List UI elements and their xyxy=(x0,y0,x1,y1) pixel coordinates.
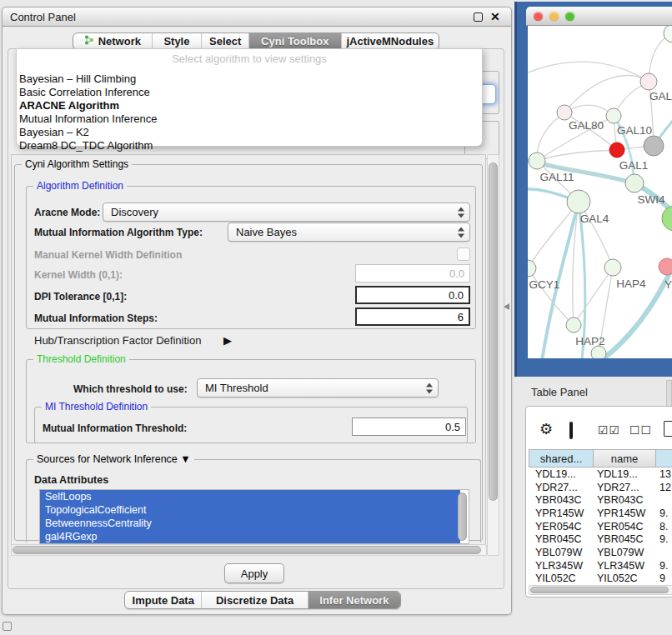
network-node[interactable] xyxy=(591,346,606,358)
network-node[interactable] xyxy=(528,260,536,277)
tab-style[interactable]: Style xyxy=(152,33,202,49)
collapse-arrow-icon[interactable]: ▼ xyxy=(180,453,190,465)
mi-type-value: Naive Bayes xyxy=(236,226,297,238)
deselect-all-checkboxes-icon[interactable]: ☐☐ xyxy=(629,423,652,437)
attributes-list-scrollbar[interactable] xyxy=(458,492,467,541)
dpi-tolerance-field[interactable]: 0.0 xyxy=(355,286,470,304)
table-row[interactable]: YBR045CYBR045C9. xyxy=(529,532,672,546)
network-node[interactable] xyxy=(659,258,672,275)
settings-vertical-scrollbar-thumb[interactable] xyxy=(489,162,498,501)
which-threshold-label: Which threshold to use: xyxy=(73,383,188,395)
network-node[interactable] xyxy=(604,259,621,276)
network-node[interactable] xyxy=(644,136,664,156)
table-cell: 9. xyxy=(656,560,672,572)
table-cell: YIL052C xyxy=(529,572,594,584)
algorithm-option[interactable]: ARACNE Algorithm xyxy=(17,99,482,112)
table-row[interactable]: YDL19...YDL19...13 xyxy=(529,468,672,481)
table-cell: YER054C xyxy=(529,521,594,532)
column-selector-icon[interactable] xyxy=(569,422,573,439)
kernel-width-label: Kernel Width (0,1): xyxy=(34,269,123,281)
mi-steps-field[interactable]: 6 xyxy=(355,308,470,326)
export-table-icon[interactable] xyxy=(664,421,672,437)
table-row[interactable]: YIL052CYIL052C9 xyxy=(529,572,672,586)
hub-expand-arrow-icon[interactable]: ▶ xyxy=(223,334,232,347)
algorithm-option[interactable]: Mutual Information Inference xyxy=(17,112,482,126)
mi-threshold-field[interactable]: 0.5 xyxy=(352,418,466,436)
network-node[interactable] xyxy=(664,26,672,42)
table-settings-gear-icon[interactable]: ⚙ xyxy=(539,422,553,437)
data-attribute-item[interactable]: TopologicalCoefficient xyxy=(40,503,460,517)
network-node[interactable] xyxy=(557,105,572,120)
network-node[interactable] xyxy=(566,318,581,332)
aracne-mode-combobox[interactable]: Discovery xyxy=(103,202,470,222)
table-row[interactable]: YPR145WYPR145W9. xyxy=(529,507,672,520)
manual-kernel-label: Manual Kernel Width Definition xyxy=(34,249,182,261)
network-node[interactable] xyxy=(609,142,624,158)
tab-jactivemnodules[interactable]: jActiveMNodules xyxy=(341,33,439,49)
network-node[interactable] xyxy=(625,174,644,192)
algorithm-option[interactable]: Bayesian – K2 xyxy=(17,126,482,139)
table-cell: YDR27... xyxy=(529,482,594,493)
bottom-tab-bar: Impute DataDiscretize DataInfer Network xyxy=(124,591,401,609)
manual-kernel-checkbox[interactable] xyxy=(457,248,470,261)
table-cell: YIL052C xyxy=(594,572,656,584)
table-header-shared-name[interactable]: shared... xyxy=(529,449,594,468)
select-all-checkboxes-icon[interactable]: ☑☑ xyxy=(598,423,620,437)
which-threshold-combobox[interactable]: MI Threshold xyxy=(197,378,439,398)
close-traffic-light-icon[interactable] xyxy=(534,12,543,21)
panel-collapse-arrow-icon[interactable] xyxy=(504,303,509,310)
network-node[interactable] xyxy=(662,206,672,231)
network-node-label: HAP2 xyxy=(575,335,604,348)
tab-network[interactable]: Network xyxy=(73,33,152,49)
table-row[interactable]: YBL079WYBL079W xyxy=(529,546,672,559)
network-node-label: GCY1 xyxy=(529,278,560,291)
network-canvas[interactable]: GALGAL80GAL10GAL1GAL11SWI4GAL4GCY1HAP4YH… xyxy=(528,26,672,358)
network-node[interactable] xyxy=(529,152,545,169)
table-row[interactable]: YLR345WYLR345W9. xyxy=(529,559,672,572)
table-cell: YBL079W xyxy=(529,547,594,558)
zoom-traffic-light-icon[interactable] xyxy=(565,12,574,21)
algorithm-option[interactable]: Dream8 DC_TDC Algorithm xyxy=(17,139,482,152)
top-tab-bar: NetworkStyleSelectCyni ToolboxjActiveMNo… xyxy=(73,32,439,50)
table-row[interactable]: YER054CYER054C8. xyxy=(529,520,672,533)
algorithm-option[interactable]: Bayesian – Hill Climbing xyxy=(17,72,482,86)
network-node[interactable] xyxy=(567,190,590,213)
table-cell: YBR045C xyxy=(529,533,594,545)
close-window-icon[interactable]: ✕ xyxy=(490,12,500,22)
table-row[interactable]: YDR27...YDR27...12 xyxy=(529,481,672,494)
hub-definition-label[interactable]: Hub/Transcription Factor Definition xyxy=(34,334,201,347)
bottom-tab-impute-data[interactable]: Impute Data xyxy=(125,592,201,608)
network-node-label: SWI4 xyxy=(637,193,664,206)
tab-label: Discretize Data xyxy=(216,594,293,607)
tab-cyni-toolbox[interactable]: Cyni Toolbox xyxy=(248,33,341,49)
table-header-name[interactable]: name xyxy=(594,449,656,468)
data-attribute-item[interactable]: SelfLoops xyxy=(40,490,460,503)
mi-threshold-group-title: MI Threshold Definition xyxy=(42,401,151,412)
mi-type-combobox[interactable]: Naive Bayes xyxy=(228,222,470,242)
network-window-titlebar[interactable] xyxy=(526,7,672,26)
aracne-mode-value: Discovery xyxy=(111,206,158,218)
algorithm-option[interactable]: Basic Correlation Inference xyxy=(17,86,482,99)
float-window-icon[interactable] xyxy=(474,12,483,22)
minimize-traffic-light-icon[interactable] xyxy=(549,12,559,21)
data-attribute-item[interactable]: BetweennessCentrality xyxy=(40,517,460,530)
bottom-tab-discretize-data[interactable]: Discretize Data xyxy=(201,592,307,608)
tab-select[interactable]: Select xyxy=(201,33,248,49)
network-node[interactable] xyxy=(640,73,657,90)
bottom-tab-infer-network[interactable]: Infer Network xyxy=(308,592,400,608)
table-row[interactable]: YBR043CYBR043C xyxy=(529,493,672,507)
table-horizontal-scrollbar-thumb[interactable] xyxy=(530,587,669,593)
apply-button-label: Apply xyxy=(241,568,268,580)
data-attribute-item[interactable]: gal4RGexp xyxy=(40,530,460,543)
apply-button[interactable]: Apply xyxy=(224,563,284,583)
side-panel-edge[interactable] xyxy=(666,380,672,408)
table-header-clipped[interactable] xyxy=(656,449,672,468)
table-cell: YBR043C xyxy=(594,494,656,506)
dock-panel-icon[interactable] xyxy=(3,622,12,631)
sources-group-title: Sources for Network Inference ▼ xyxy=(33,453,194,465)
network-node[interactable] xyxy=(606,108,621,123)
table-cell: 9. xyxy=(656,533,672,545)
settings-horizontal-scrollbar-thumb[interactable] xyxy=(13,546,481,554)
network-node-label: GAL xyxy=(649,90,672,102)
kernel-width-field[interactable]: 0.0 xyxy=(355,264,470,282)
